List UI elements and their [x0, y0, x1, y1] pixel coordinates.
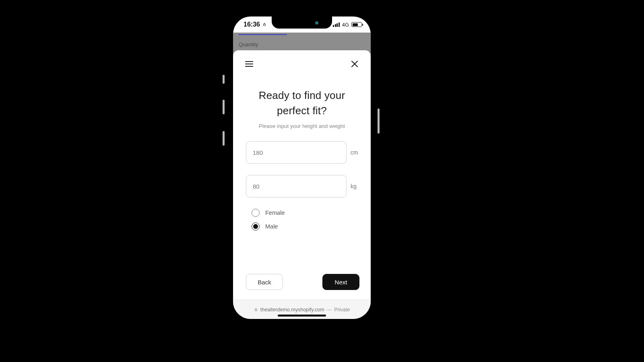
close-icon [350, 59, 359, 70]
hamburger-icon [244, 59, 254, 70]
radio-icon [252, 209, 260, 217]
selected-variant-underline [239, 34, 287, 35]
phone-notch [272, 16, 332, 29]
device-side-button [378, 109, 380, 134]
svg-rect-0 [263, 24, 265, 26]
radio-label: Female [265, 210, 285, 216]
fit-finder-modal: Ready to find your perfect fit? Please i… [233, 50, 371, 300]
battery-icon [351, 22, 362, 27]
orientation-lock-icon [262, 22, 266, 27]
weight-unit: kg [351, 183, 359, 189]
close-button[interactable] [349, 59, 360, 70]
weight-input[interactable] [246, 175, 347, 197]
home-indicator[interactable] [278, 315, 326, 317]
browser-separator: — [327, 307, 332, 313]
gender-radio-group: Female Male [246, 209, 359, 230]
lock-icon [254, 307, 258, 312]
radio-icon [252, 222, 260, 230]
cellular-signal-icon [333, 23, 340, 27]
modal-title-line2: perfect fit? [240, 103, 363, 119]
modal-title: Ready to find your perfect fit? [240, 88, 363, 118]
back-button[interactable]: Back [246, 274, 283, 290]
status-time: 16:36 [244, 21, 260, 28]
next-button[interactable]: Next [322, 274, 359, 290]
next-button-label: Next [335, 279, 347, 286]
back-button-label: Back [258, 279, 271, 286]
phone-frame: 16:36 4G Quantity [231, 15, 372, 321]
device-side-button [223, 100, 225, 114]
menu-button[interactable] [244, 59, 255, 70]
modal-actions: Back Next [240, 274, 363, 292]
phone-screen: 16:36 4G Quantity [233, 16, 371, 319]
browser-mode: Private [334, 307, 350, 313]
modal-title-line1: Ready to find your [240, 88, 363, 103]
height-input[interactable] [246, 141, 347, 164]
gender-option-female[interactable]: Female [252, 209, 359, 217]
fit-form: cm kg Female Male [240, 141, 363, 236]
browser-domain: thealterdemo.myshopify.com [260, 307, 324, 313]
svg-rect-6 [255, 309, 257, 311]
gender-option-male[interactable]: Male [252, 222, 359, 230]
stage: 16:36 4G Quantity [0, 0, 644, 362]
network-type: 4G [342, 22, 349, 28]
device-side-button [223, 131, 225, 146]
height-row: cm [246, 141, 359, 164]
height-unit: cm [351, 149, 359, 156]
device-side-button [223, 75, 225, 84]
quantity-label: Quantity [239, 41, 258, 47]
radio-label: Male [265, 223, 278, 230]
modal-subtitle: Please input your height and weight [240, 123, 363, 129]
weight-row: kg [246, 175, 359, 197]
